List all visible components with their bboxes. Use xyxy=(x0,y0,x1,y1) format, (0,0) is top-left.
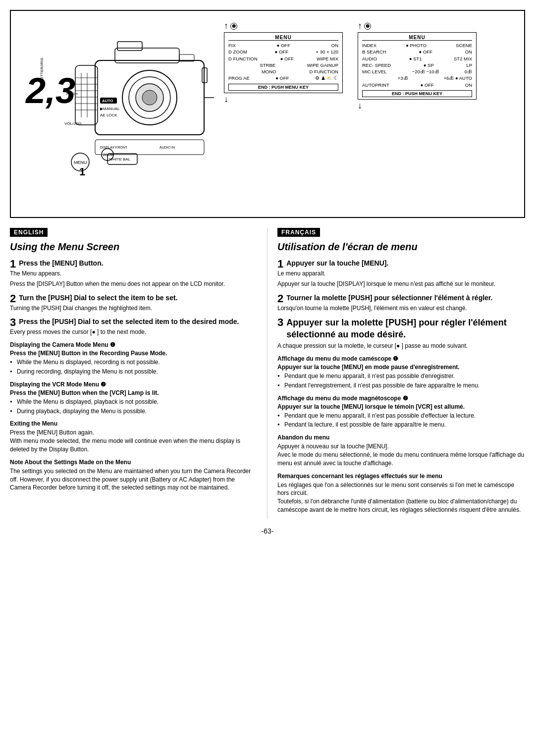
menu-footer-2: END : PUSH MENU KEY xyxy=(362,90,472,97)
step1-body1: The Menu appears. xyxy=(10,270,257,278)
exit-section: Exiting the Menu Press the [MENU] Button… xyxy=(10,420,257,453)
menu-display-2: MENU INDEX● PHOTOSCENE B SEARCH● OFFON A… xyxy=(358,32,477,100)
fr-step1-number: 1 xyxy=(277,259,283,270)
svg-point-4 xyxy=(142,90,157,105)
svg-text:VOL/JOG: VOL/JOG xyxy=(64,121,82,126)
fr-exit-title: Abandon du menu xyxy=(277,434,525,441)
vcr-mode-bullet-1: While the Menu is displayed, playback is… xyxy=(10,398,257,406)
english-step1: 1 Press the [MENU] Button. The Menu appe… xyxy=(10,259,257,288)
page-number: -63- xyxy=(10,527,525,535)
fr-vcr-mode-section: Affichage du menu du mode magnétoscope ❷… xyxy=(277,395,525,430)
step2-heading: Turn the [PUSH] Dial to select the item … xyxy=(19,293,257,302)
svg-text:PUSH: PUSH xyxy=(66,92,77,96)
francais-section-title: Utilisation de l'écran de menu xyxy=(277,241,525,253)
menu-display-1: MENU FIX● OFFON D ZOOM● OFF× 30 × 120 D … xyxy=(224,32,343,93)
arrow-up-2: ↑ xyxy=(358,21,362,31)
vcr-mode-section: Displaying the VCR Mode Menu ❷ Press the… xyxy=(10,381,257,416)
svg-text:AE LOCK: AE LOCK xyxy=(100,113,117,117)
fr-step1-body1: Le menu apparaît. xyxy=(277,270,525,278)
svg-text:MENU: MENU xyxy=(74,160,87,165)
english-step3: 3 Press the [PUSH] Dial to set the selec… xyxy=(10,317,257,336)
svg-text:SHUTTER/IRIS: SHUTTER/IRIS xyxy=(40,57,44,85)
fr-step2-number: 2 xyxy=(277,293,283,304)
english-section-title: Using the Menu Screen xyxy=(10,241,257,253)
note-title: Note About the Settings Made on the Menu xyxy=(10,459,257,466)
exit-body: Press the [MENU] Button again.With menu … xyxy=(10,429,257,453)
fr-note-section: Remarques concernant les réglages effect… xyxy=(277,473,525,514)
francais-column: FRANÇAIS Utilisation de l'écran de menu … xyxy=(268,228,525,519)
camera-mode-bullet-2: During recording, displaying the Menu is… xyxy=(10,368,257,376)
vcr-mode-bullet-2: During playback, displaying the Menu is … xyxy=(10,407,257,416)
menu-box-1: ↑ ❶ MENU FIX● OFFON D ZOOM● OFF× 30 × 12… xyxy=(224,21,343,105)
step1-heading: Press the [MENU] Button. xyxy=(19,259,257,268)
fr-exit-section: Abandon du menu Appuyer à nouveau sur la… xyxy=(277,434,525,467)
step3-heading: Press the [PUSH] Dial to set the selecte… xyxy=(19,317,257,326)
fr-camera-mode-sub: Appuyer sur la touche [MENU] en mode pau… xyxy=(277,364,525,371)
fr-step1-heading: Appuyer sur la touche [MENU]. xyxy=(286,259,525,268)
fr-step1-body2: Appuyer sur la touche [DISPLAY] lorsque … xyxy=(277,280,525,288)
fr-vcr-mode-bullet-2: Pendant la lecture, il est possible de f… xyxy=(277,421,525,429)
svg-rect-7 xyxy=(75,65,98,125)
fr-step3-heading: Appuyer sur la molette [PUSH] pour régle… xyxy=(286,317,525,340)
fr-vcr-mode-title: Affichage du menu du mode magnétoscope ❷ xyxy=(277,395,525,402)
camera-illustration: AUTO ▶MANUAL AE LOCK PUSH ▼ VOL/JOG SHUT… xyxy=(36,21,224,209)
menu-title-2: MENU xyxy=(362,35,472,41)
vcr-mode-title: Displaying the VCR Mode Menu ❷ xyxy=(10,381,257,388)
circle-num-2: ❷ xyxy=(364,23,371,30)
camera-mode-bullet-1: While the Menu is displayed, recording i… xyxy=(10,358,257,367)
svg-text:1: 1 xyxy=(79,165,85,178)
menu-title-1: MENU xyxy=(228,35,338,41)
camera-mode-sub: Press the [MENU] Button in the Recording… xyxy=(10,350,257,357)
svg-text:DISPLAY  FRONT: DISPLAY FRONT xyxy=(100,146,128,149)
fr-camera-mode-bullet-1: Pendant que le menu apparaît, il n'est p… xyxy=(277,372,525,380)
francais-lang-header: FRANÇAIS xyxy=(277,228,320,237)
svg-rect-6 xyxy=(117,42,142,51)
content-columns: ENGLISH Using the Menu Screen 1 Press th… xyxy=(10,228,525,519)
english-column: ENGLISH Using the Menu Screen 1 Press th… xyxy=(10,228,268,519)
english-lang-header: ENGLISH xyxy=(10,228,48,237)
circle-num-1: ❶ xyxy=(230,23,237,30)
francais-step2: 2 Tourner la molette [PUSH] pour sélecti… xyxy=(277,293,525,313)
fr-vcr-mode-sub: Appuyer sur la touche [MENU] lorsque le … xyxy=(277,403,525,410)
menu-footer-1: END : PUSH MENU KEY xyxy=(228,84,338,91)
arrow-up-1: ↑ xyxy=(224,21,228,31)
english-step2: 2 Turn the [PUSH] Dial to select the ite… xyxy=(10,293,257,313)
svg-text:AUDIO IN: AUDIO IN xyxy=(160,146,175,149)
note-section: Note About the Settings Made on the Menu… xyxy=(10,459,257,492)
fr-camera-mode-section: Affichage du menu du mode caméscope ❶ Ap… xyxy=(277,355,525,390)
exit-title: Exiting the Menu xyxy=(10,420,257,427)
svg-text:ZOOM: ZOOM xyxy=(103,153,113,157)
fr-step3-number: 3 xyxy=(277,317,283,328)
diagram-area: 2,3 xyxy=(10,10,525,218)
fr-step3-body: A chaque pression sur la molette, le cur… xyxy=(277,342,525,350)
svg-text:AUTO: AUTO xyxy=(102,99,113,103)
step3-number: 3 xyxy=(10,317,16,328)
vcr-mode-sub: Press the [MENU] Button when the [VCR] L… xyxy=(10,389,257,396)
camera-mode-title: Displaying the Camera Mode Menu ❶ xyxy=(10,341,257,348)
camera-mode-section: Displaying the Camera Mode Menu ❶ Press … xyxy=(10,341,257,376)
menu-box-2: ↑ ❷ MENU INDEX● PHOTOSCENE B SEARCH● OFF… xyxy=(358,21,477,111)
step3-body: Every press moves the cursor [● ] to the… xyxy=(10,328,257,336)
francais-step1: 1 Appuyer sur la touche [MENU]. Le menu … xyxy=(277,259,525,288)
step1-body2: Press the [DISPLAY] Button when the menu… xyxy=(10,280,257,288)
step2-number: 2 xyxy=(10,293,16,304)
step2-body: Turning the [PUSH] Dial changes the high… xyxy=(10,304,257,313)
note-body: The settings you selected on the Menu ar… xyxy=(10,467,257,492)
fr-camera-mode-title: Affichage du menu du mode caméscope ❶ xyxy=(277,355,525,362)
fr-step2-heading: Tourner la molette [PUSH] pour sélection… xyxy=(286,293,525,302)
fr-note-title: Remarques concernant les réglages effect… xyxy=(277,473,525,480)
svg-text:▶MANUAL: ▶MANUAL xyxy=(100,107,120,111)
fr-camera-mode-bullet-2: Pendant l'enregistrement, il n'est pas p… xyxy=(277,381,525,390)
francais-step3: 3 Appuyer sur la molette [PUSH] pour rég… xyxy=(277,317,525,350)
step1-number: 1 xyxy=(10,259,16,270)
fr-vcr-mode-bullet-1: Pendant que le menu apparaît, il n'est p… xyxy=(277,412,525,420)
svg-text:▼: ▼ xyxy=(68,96,72,101)
fr-note-body: Les réglages que l'on a sélectionnés sur… xyxy=(277,481,525,514)
fr-exit-body: Appuyer à nouveau sur la touche [MENU].A… xyxy=(277,442,525,467)
fr-step2-body: Lorsqu'on tourne la molette [PUSH], l'él… xyxy=(277,304,525,313)
